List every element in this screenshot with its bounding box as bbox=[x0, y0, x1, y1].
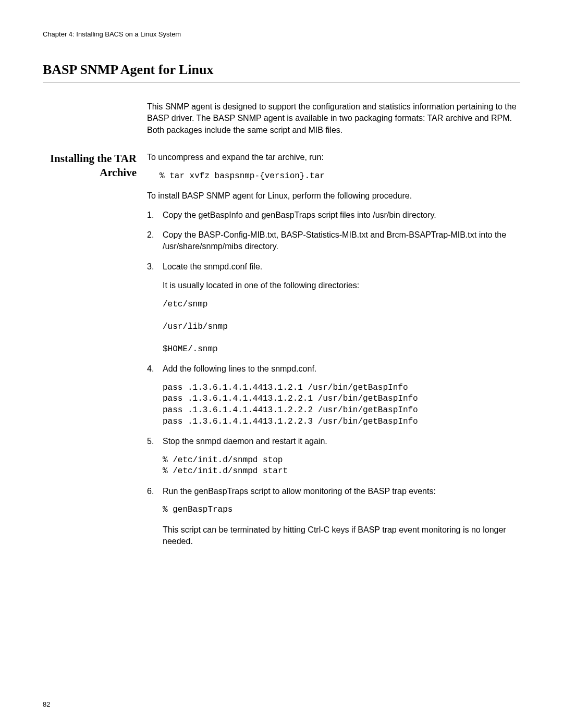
step-6-code: % genBaspTraps bbox=[163, 504, 520, 516]
step-4-code: pass .1.3.6.1.4.1.4413.1.2.1 /usr/bin/ge… bbox=[163, 382, 520, 427]
page-title: BASP SNMP Agent for Linux bbox=[43, 62, 520, 82]
step-3-subtext: It is usually located in one of the foll… bbox=[163, 280, 520, 291]
chapter-header: Chapter 4: Installing BACS on a Linux Sy… bbox=[43, 30, 520, 38]
page-number: 82 bbox=[43, 700, 50, 708]
step-1: Copy the getBaspInfo and genBaspTraps sc… bbox=[147, 209, 520, 221]
step-5: Stop the snmpd daemon and restart it aga… bbox=[147, 436, 520, 477]
step-6-subtext: This script can be terminated by hitting… bbox=[163, 524, 520, 548]
install-instruction: To install BASP SNMP agent for Linux, pe… bbox=[147, 190, 520, 202]
procedure-list: Copy the getBaspInfo and genBaspTraps sc… bbox=[147, 209, 520, 548]
step-3-text: Locate the snmpd.conf file. bbox=[163, 261, 520, 273]
step-1-text: Copy the getBaspInfo and genBaspTraps sc… bbox=[163, 209, 520, 221]
step-6-text: Run the genBaspTraps script to allow mon… bbox=[163, 486, 520, 497]
step-2: Copy the BASP-Config-MIB.txt, BASP-Stati… bbox=[147, 229, 520, 253]
intro-paragraph: This SNMP agent is designed to support t… bbox=[147, 101, 520, 136]
step-5-code: % /etc/init.d/snmpd stop % /etc/init.d/s… bbox=[163, 455, 520, 477]
document-page: Chapter 4: Installing BACS on a Linux Sy… bbox=[0, 0, 563, 577]
uncompress-instruction: To uncompress and expand the tar archive… bbox=[147, 152, 520, 163]
step-4: Add the following lines to the snmpd.con… bbox=[147, 363, 520, 427]
step-6: Run the genBaspTraps script to allow mon… bbox=[147, 486, 520, 548]
step-4-text: Add the following lines to the snmpd.con… bbox=[163, 363, 520, 375]
section-installing-tar: Installing the TAR Archive To uncompress… bbox=[43, 152, 520, 556]
step-3-dirs: /etc/snmp /usr/lib/snmp $HOME/.snmp bbox=[163, 299, 520, 355]
step-2-text: Copy the BASP-Config-MIB.txt, BASP-Stati… bbox=[163, 229, 520, 253]
step-5-text: Stop the snmpd daemon and restart it aga… bbox=[163, 436, 520, 447]
section-body: To uncompress and expand the tar archive… bbox=[147, 152, 520, 556]
section-heading: Installing the TAR Archive bbox=[43, 152, 137, 556]
step-3: Locate the snmpd.conf file. It is usuall… bbox=[147, 261, 520, 355]
tar-command: % tar xvfz baspsnmp-{version}.tar bbox=[160, 171, 520, 182]
